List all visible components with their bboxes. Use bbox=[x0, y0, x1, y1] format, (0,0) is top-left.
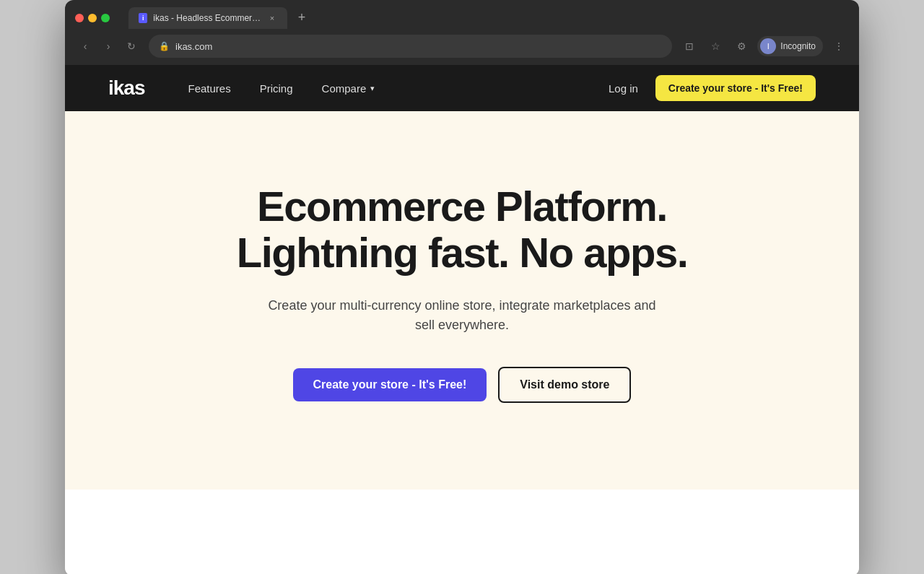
hero-buttons: Create your store - It's Free! Visit dem… bbox=[293, 367, 632, 403]
chevron-down-icon: ▾ bbox=[370, 84, 375, 93]
profile-button[interactable]: I Incognito bbox=[757, 36, 823, 56]
reload-button[interactable]: ↻ bbox=[121, 36, 141, 56]
bookmark-icon[interactable]: ☆ bbox=[705, 36, 725, 56]
hero-title-line1: Ecommerce Platform. bbox=[257, 183, 667, 230]
extensions-icon[interactable]: ⚙ bbox=[731, 36, 751, 56]
browser-chrome: i ikas - Headless Ecommerce p... × + ‹ ›… bbox=[65, 0, 859, 65]
nav-pricing-link[interactable]: Pricing bbox=[260, 82, 293, 95]
address-bar[interactable]: 🔒 ikas.com bbox=[149, 35, 672, 58]
new-tab-button[interactable]: + bbox=[292, 7, 312, 27]
active-tab[interactable]: i ikas - Headless Ecommerce p... × bbox=[128, 7, 287, 29]
nav-cta-button[interactable]: Create your store - It's Free! bbox=[655, 75, 816, 101]
tab-title: ikas - Headless Ecommerce p... bbox=[153, 13, 261, 23]
cast-icon[interactable]: ⊡ bbox=[679, 36, 699, 56]
hero-primary-button[interactable]: Create your store - It's Free! bbox=[293, 368, 487, 401]
hero-title: Ecommerce Platform. Lightning fast. No a… bbox=[237, 183, 688, 276]
avatar: I bbox=[760, 38, 776, 54]
white-section bbox=[65, 490, 859, 574]
lock-icon: 🔒 bbox=[159, 41, 170, 51]
close-window-button[interactable] bbox=[75, 14, 84, 22]
nav-features-link[interactable]: Features bbox=[188, 82, 231, 95]
tab-close-button[interactable]: × bbox=[267, 12, 277, 24]
minimize-window-button[interactable] bbox=[88, 14, 97, 22]
more-options-icon[interactable]: ⋮ bbox=[829, 36, 849, 56]
login-link[interactable]: Log in bbox=[609, 82, 638, 95]
address-text: ikas.com bbox=[175, 41, 212, 52]
browser-nav-buttons: ‹ › ↻ bbox=[75, 36, 141, 56]
nav-compare-link[interactable]: Compare ▾ bbox=[322, 82, 375, 95]
traffic-lights bbox=[75, 14, 110, 22]
nav-right-section: Log in Create your store - It's Free! bbox=[609, 75, 816, 101]
hero-title-line2: Lightning fast. No apps. bbox=[237, 229, 688, 276]
tab-bar: i ikas - Headless Ecommerce p... × + bbox=[128, 7, 849, 29]
tab-favicon: i bbox=[139, 13, 147, 23]
maximize-window-button[interactable] bbox=[101, 14, 110, 22]
profile-name: Incognito bbox=[780, 41, 816, 51]
nav-links: Features Pricing Compare ▾ bbox=[188, 82, 609, 95]
hero-section: Ecommerce Platform. Lightning fast. No a… bbox=[65, 111, 859, 490]
hero-subtitle: Create your multi-currency online store,… bbox=[260, 296, 664, 335]
browser-titlebar: i ikas - Headless Ecommerce p... × + bbox=[65, 0, 859, 29]
browser-actions: ⊡ ☆ ⚙ I Incognito ⋮ bbox=[679, 36, 849, 56]
website-content: ikas Features Pricing Compare ▾ Log in C… bbox=[65, 65, 859, 574]
site-logo[interactable]: ikas bbox=[108, 77, 145, 100]
hero-secondary-button[interactable]: Visit demo store bbox=[498, 367, 631, 403]
site-navigation: ikas Features Pricing Compare ▾ Log in C… bbox=[65, 65, 859, 111]
browser-addressbar: ‹ › ↻ 🔒 ikas.com ⊡ ☆ ⚙ I Incognito ⋮ bbox=[65, 29, 859, 65]
browser-window: i ikas - Headless Ecommerce p... × + ‹ ›… bbox=[65, 0, 859, 574]
forward-button[interactable]: › bbox=[98, 36, 118, 56]
back-button[interactable]: ‹ bbox=[75, 36, 95, 56]
